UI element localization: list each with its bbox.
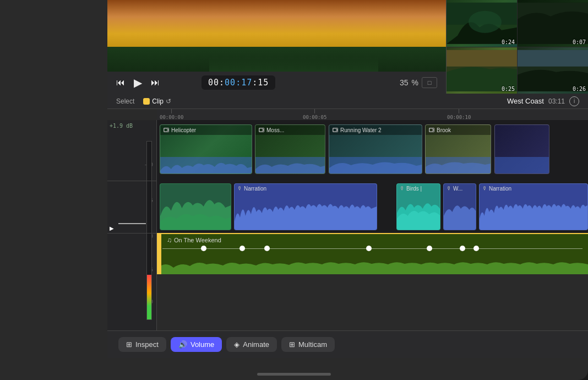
clip-badge-dot (143, 98, 150, 105)
audio-clip-narration-1-header: 🎙 Narration (235, 184, 377, 193)
narration-1-waveform (235, 197, 377, 230)
timeline-ruler: 00:00:00 00:00:05 00:00:10 00:00:15 (157, 109, 588, 120)
clip-header-brook: Brook (426, 125, 491, 135)
keyframe-dot-6[interactable] (460, 246, 465, 251)
music-waveform (157, 258, 588, 274)
keyframe-dot-4[interactable] (366, 246, 372, 251)
birds-waveform (397, 197, 440, 230)
narration-2-waveform (480, 197, 587, 230)
select-label: Select (116, 97, 134, 105)
volume-button[interactable]: 🔊 Volume (171, 337, 222, 352)
mic-icon-narration-2: 🎙 (482, 186, 487, 191)
skip-back-button[interactable]: ⏮ (116, 78, 125, 88)
clip-label-brook: Brook (437, 127, 451, 133)
clip-label-helicopter: Helicopter (171, 127, 196, 133)
music-track[interactable]: ♫ On The Weekend (157, 233, 588, 274)
inspect-icon: ⊞ (126, 340, 132, 349)
music-note-icon: ♫ (167, 236, 172, 244)
play-button[interactable]: ▶ (134, 76, 142, 89)
animate-button[interactable]: ◈ Animate (226, 337, 277, 352)
svg-rect-8 (518, 50, 588, 66)
ruler-mark-1: 00:00:05 (303, 109, 326, 120)
media-thumb-1[interactable]: 0:24 (447, 0, 517, 47)
clip-header-helicopter: Helicopter (160, 125, 252, 135)
video-clip-brook[interactable]: Brook (425, 124, 491, 174)
db-gain-label: +1.9 dB (110, 123, 133, 129)
ruler-mark-0: 00:00:00 (160, 109, 183, 120)
timecode-text: 00:00:17:15 (208, 78, 269, 88)
video-clip-helicopter[interactable]: Helicopter (160, 124, 252, 174)
video-clip-icon-helicopter (164, 128, 169, 132)
left-sidebar (0, 0, 107, 380)
svg-rect-13 (333, 128, 336, 132)
keyframe-dot-7[interactable] (473, 246, 479, 251)
audio-clip-birds-header: 🎙 Birds | (397, 184, 440, 193)
playhead-indicator: ▶ (110, 225, 114, 231)
audio-clip-narration-1[interactable]: 🎙 Narration (234, 183, 377, 230)
multicam-label: Multicam (298, 340, 327, 349)
yellow-bar (157, 233, 161, 274)
multicam-icon: ⊞ (289, 340, 295, 349)
video-clip-moss[interactable]: Moss... (255, 124, 325, 174)
audio-clip-narration-1-label: Narration (244, 186, 266, 192)
zoom-percent: 35 (400, 78, 409, 87)
media-thumb-3[interactable]: 0:25 (447, 47, 517, 94)
multicam-button[interactable]: ⊞ Multicam (281, 337, 335, 352)
svg-rect-11 (259, 128, 263, 132)
thumb-timecode-1: 0:24 (502, 39, 515, 45)
clip-badge: Clip ↺ (143, 97, 171, 105)
zoom-control: 35 % □ (400, 77, 437, 88)
clip-refresh-icon: ↺ (166, 97, 171, 105)
video-clip-icon-water (333, 128, 338, 132)
audio-clip-narration-2-header: 🎙 Narration (480, 184, 587, 193)
media-thumb-4[interactable]: 0:26 (518, 47, 588, 94)
keyframe-dot-5[interactable] (427, 246, 432, 251)
mic-icon-w: 🎙 (447, 186, 451, 191)
keyframe-dot-3[interactable] (264, 246, 270, 251)
music-track-label: ♫ On The Weekend (167, 236, 221, 244)
video-clip-icon-brook (429, 128, 434, 132)
keyframe-dot-2[interactable] (239, 246, 245, 251)
home-indicator (257, 373, 331, 376)
media-thumb-2[interactable]: 0:07 (518, 0, 588, 47)
ruler-label-2: 00:00:10 (447, 115, 471, 120)
clip-label: Clip (152, 97, 164, 105)
audio-clip-pre[interactable] (160, 183, 231, 230)
inspect-button[interactable]: ⊞ Inspect (118, 337, 166, 352)
thumb-timecode-3: 0:25 (502, 86, 515, 92)
media-browser: 0:24 0:07 0:25 0:26 (446, 0, 588, 94)
skip-forward-button[interactable]: ⏭ (151, 78, 160, 88)
audio-clip-w-header: 🎙 W... (444, 184, 476, 193)
audio-clip-birds-label: Birds | (406, 186, 422, 192)
project-name: West Coast (507, 97, 544, 105)
clip-header-moss: Moss... (255, 125, 325, 135)
audio-clip-narration-2[interactable]: 🎙 Narration (479, 183, 588, 230)
audio-clip-narration-2-label: Narration (489, 186, 511, 192)
zoom-unit: % (412, 78, 418, 87)
audio-clip-w-label: W... (453, 186, 462, 192)
keyframe-dot-1[interactable] (201, 246, 206, 251)
clip-waveform-last (495, 157, 549, 173)
project-info: West Coast 03:11 i (507, 96, 579, 106)
timecode-highlight: 00:17 (225, 78, 252, 88)
bottom-toolbar: ⊞ Inspect 🔊 Volume ◈ Animate ⊞ Multicam (107, 330, 588, 358)
ruler-marks: 00:00:00 00:00:05 00:00:10 00:00:15 (157, 109, 588, 120)
w-waveform (444, 197, 476, 230)
audio-clip-w[interactable]: 🎙 W... (443, 183, 476, 230)
music-track-name: On The Weekend (174, 237, 221, 243)
thumb-timecode-2: 0:07 (573, 39, 586, 45)
video-clip-water[interactable]: Running Water 2 (329, 124, 422, 174)
level-line (118, 223, 146, 224)
display-toggle-button[interactable]: □ (422, 77, 437, 88)
info-button[interactable]: i (569, 96, 579, 106)
audio-clip-birds[interactable]: 🎙 Birds | (396, 183, 440, 230)
clip-label-water: Running Water 2 (340, 127, 382, 133)
clip-label-moss: Moss... (266, 127, 284, 133)
timecode-display: 00:00:17:15 (202, 75, 275, 90)
vu-level (147, 275, 151, 319)
video-track: Helicopter Moss... Running Water 2 (157, 120, 588, 181)
inspect-label: Inspect (135, 340, 159, 349)
mic-icon-narration-1: 🎙 (237, 186, 242, 191)
video-clip-last[interactable] (494, 124, 549, 174)
volume-label: Volume (190, 340, 214, 349)
